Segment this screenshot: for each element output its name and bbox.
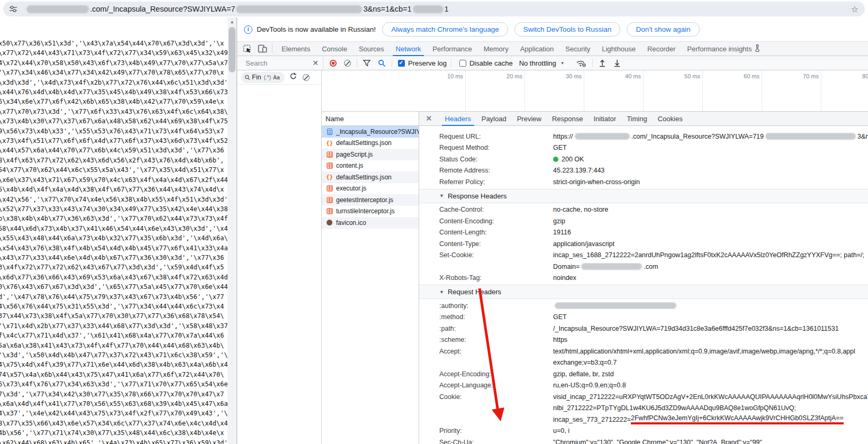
find-query[interactable]: Fin (252, 74, 261, 81)
code-line: 4\x37','\x4e\x42\x44\x43\x75\x73\x4f\x2f… (0, 409, 228, 418)
close-search-icon[interactable]: ✕ (312, 59, 319, 67)
tab-security[interactable]: Security (562, 42, 593, 56)
request-row[interactable]: []geetestInterceptor.js (322, 194, 419, 206)
network-overview-timeline[interactable]: 10 ms20 ms30 ms40 ms50 ms60 ms70 ms80 ms… (322, 70, 868, 112)
switch-to-russian-button[interactable]: Switch DevTools to Russian (514, 22, 621, 37)
match-case-toggle[interactable]: Aa (273, 75, 280, 80)
name-column-header[interactable]: Name (322, 112, 419, 126)
request-row[interactable]: favicon.ico (322, 217, 419, 229)
header-row: Domain=.com (419, 261, 868, 273)
blurred-value (575, 133, 630, 140)
header-row: Cookie:visid_incap_2712222=uRXPYqtWT5ODz… (419, 391, 868, 403)
detail-tab-response[interactable]: Response (549, 112, 586, 126)
disable-cache-checkbox[interactable] (459, 60, 466, 67)
find-input[interactable]: Fin (.*) Aa (241, 72, 285, 83)
refresh-icon[interactable] (290, 73, 297, 82)
header-value: gzip, deflate, br, zstd (553, 370, 868, 378)
inspect-element-icon[interactable] (242, 43, 252, 54)
code-line: \x55\x43\x48\x44\x6a\x73\x4b\x32\x77\x35… (0, 233, 228, 243)
disable-cache-label[interactable]: Disable cache (469, 59, 513, 67)
detail-tab-cookies[interactable]: Cookies (655, 112, 686, 126)
header-key: Sec-Ch-Ua: (419, 439, 553, 444)
detail-tab-payload[interactable]: Payload (478, 112, 510, 126)
throttling-select[interactable]: No throttling ▼ (519, 59, 565, 67)
request-name: pageScript.js (336, 151, 373, 158)
tab-network[interactable]: Network (393, 42, 424, 56)
request-row[interactable]: _Incapsula_Resource?SWJIYLWA=... (322, 126, 419, 138)
code-line: 4\x75\x4d\x4f\x39\x77\x71\x6e\x44\x6d\x3… (0, 360, 228, 369)
code-line: \x54\x43\x76\x38\x4f\x4b\x54\x4d\x4b\x45… (0, 243, 228, 253)
url-segment: 3&ns=1&cb=1 (363, 5, 411, 13)
code-line: 3\x4f\x72\x77\x72\x62\x43\x67\x77\x3d\x3… (0, 262, 228, 272)
script-icon: [] (326, 208, 333, 214)
header-row: Set-Cookie:incap_ses_1688_2712222=2anrdU… (419, 250, 868, 261)
import-har-icon[interactable] (599, 59, 606, 67)
request-name: defaultSettings.json (336, 174, 392, 181)
code-line: 7\x3d','\x77\x34\x42\x30\x77\x35\x78\x66… (0, 389, 228, 399)
scrollbar-thumb[interactable] (229, 27, 236, 73)
value-text: noindex (553, 274, 576, 282)
clear-search-results-icon[interactable] (303, 74, 310, 81)
dont-show-again-button[interactable]: Don't show again (627, 22, 699, 37)
code-line: \x73\x4f\x51\x77\x6f\x6f\x4d\x77\x6f\x37… (0, 136, 228, 146)
tab-lighthouse[interactable]: Lighthouse (599, 42, 639, 56)
tab-memory[interactable]: Memory (481, 42, 512, 56)
header-value: GET (553, 313, 868, 321)
detail-tab-initiator[interactable]: Initiator (591, 112, 620, 126)
blurred-value (765, 133, 856, 140)
preserve-log-label[interactable]: Preserve log (408, 59, 447, 67)
regex-toggle[interactable]: (.*) (264, 75, 270, 80)
search-placeholder: Search (246, 59, 267, 67)
value-text: exchange;v=b3;q=0.7 (553, 359, 617, 366)
request-detail-pane: ✕ HeadersPayloadPreviewResponseInitiator… (419, 112, 868, 444)
request-row[interactable]: []pageScript.js (322, 149, 419, 160)
header-value: 200 OK (553, 156, 868, 163)
detail-tab-timing[interactable]: Timing (623, 112, 650, 126)
detail-tab-headers[interactable]: Headers (442, 112, 474, 126)
request-row[interactable]: {}defaultSettings.json (322, 171, 419, 183)
tab-performance-insights[interactable]: Performance insights (684, 42, 764, 56)
tab-application[interactable]: Application (517, 42, 557, 56)
header-key: X-Robots-Tag: (419, 274, 553, 282)
value-text: Domain= (553, 263, 580, 270)
header-key: Request Method: (419, 144, 553, 151)
tab-performance[interactable]: Performance (429, 42, 475, 56)
header-value: gzip (553, 218, 868, 225)
header-key: Priority: (419, 427, 553, 434)
always-match-language-button[interactable]: Always match Chrome's language (382, 22, 508, 37)
clear-network-log-button[interactable] (344, 60, 351, 67)
device-toolbar-icon[interactable] (257, 43, 268, 54)
filter-icon[interactable] (363, 60, 370, 67)
page-scrollbar[interactable]: ▲ (228, 17, 237, 444)
network-conditions-icon[interactable] (576, 59, 586, 67)
tab-recorder[interactable]: Recorder (644, 42, 679, 56)
request-name: turnstileInterceptor.js (336, 207, 395, 215)
value-text: strict-origin-when-cross-origin (553, 178, 640, 186)
network-search-field[interactable]: Search ✕ (237, 56, 323, 70)
tab-console[interactable]: Console (319, 42, 350, 56)
request-headers-section[interactable]: ▼Request Headers (419, 285, 868, 299)
request-row[interactable]: []content.js (322, 160, 419, 172)
code-line: 8\x4f\x63\x77\x72\x62\x43\x6d\x56\x2f\x4… (0, 156, 228, 165)
record-network-log-button[interactable] (330, 60, 337, 67)
detail-tab-preview[interactable]: Preview (514, 112, 545, 126)
omnibox[interactable]: .com/_Incapsula_Resource?SWJIYLWA=73&ns=… (3, 2, 865, 16)
request-row[interactable]: {}defaultSettings.json (322, 138, 419, 149)
timeline-gridline (821, 70, 821, 111)
preserve-log-checkbox[interactable] (398, 60, 405, 67)
url-text[interactable]: .com/_Incapsula_Resource?SWJIYLWA=73&ns=… (25, 5, 449, 13)
search-network-icon[interactable] (378, 59, 386, 67)
tab-elements[interactable]: Elements (278, 42, 313, 56)
tune-icon[interactable] (8, 4, 18, 14)
export-har-icon[interactable] (613, 59, 621, 67)
blurred-text (236, 5, 362, 13)
tab-sources[interactable]: Sources (356, 42, 387, 56)
scrollbar-up-arrow-icon[interactable]: ▲ (228, 19, 237, 26)
header-key: Status Code: (419, 156, 553, 163)
request-row[interactable]: []executor.js (322, 183, 419, 195)
response-headers-section[interactable]: ▼Response Headers (419, 189, 868, 203)
headers-content: Request URL:https://.com/_Incapsula_Reso… (419, 126, 868, 444)
bookmark-star-icon[interactable]: ☆ (851, 4, 858, 14)
request-row[interactable]: []turnstileInterceptor.js (322, 206, 419, 218)
close-detail-icon[interactable]: ✕ (426, 114, 432, 123)
